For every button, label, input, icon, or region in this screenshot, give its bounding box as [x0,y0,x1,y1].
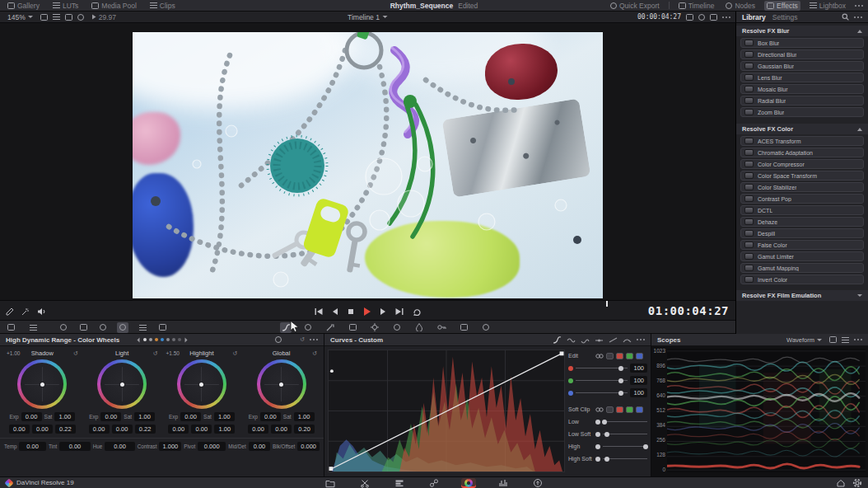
exp-value[interactable]: 0.00 [180,412,201,421]
param-value[interactable]: 0.00 [105,442,134,451]
custom-curve-icon[interactable] [553,336,562,344]
sat-value[interactable]: 1.00 [294,412,315,421]
project-manager-icon[interactable] [836,478,846,488]
cut-page-icon[interactable] [357,478,372,488]
lut-toggle-icon[interactable] [27,322,39,333]
color-warper-icon[interactable] [302,322,314,333]
green-gain-slider[interactable] [576,378,628,384]
fusion-page-icon[interactable] [427,478,441,488]
key-icon[interactable] [436,322,447,333]
expand-scope-icon[interactable] [829,336,837,343]
grab-still-icon[interactable] [710,14,717,21]
split-screen-icon[interactable] [53,14,60,20]
hue-vs-lum-icon[interactable] [595,336,604,344]
softclip-y-button[interactable] [606,406,614,413]
color-page-icon[interactable] [461,478,476,488]
param-value[interactable]: 0.000 [297,442,320,451]
shadow-color-wheel[interactable] [17,359,67,409]
blur-icon[interactable] [413,322,425,333]
channel-red-button[interactable] [616,353,623,359]
pager-left-icon[interactable] [138,337,140,342]
tab-settings[interactable]: Settings [772,13,798,21]
curve-graph[interactable] [328,350,565,472]
fx-item-despill[interactable]: Despill [740,228,864,238]
quick-export-button[interactable]: Quick Export [608,1,662,11]
viewer-options-menu[interactable] [722,16,730,18]
hue-vs-hue-icon[interactable] [567,336,576,344]
step-forward-icon[interactable] [380,308,386,315]
zone-reset-icon[interactable] [60,350,78,357]
motion-effects-icon[interactable] [156,322,168,333]
param-value[interactable]: 0.00 [249,442,270,451]
annotate-pencil-icon[interactable] [6,307,14,316]
sat-value[interactable]: 1.00 [214,412,235,421]
gallery-button[interactable]: Gallery [5,1,42,11]
sizing-icon[interactable] [458,322,469,333]
link-channels-icon[interactable] [595,353,604,359]
magic-mask-icon[interactable] [391,322,403,333]
global-color-wheel[interactable] [257,359,306,409]
offset-value[interactable]: 0.00 [112,425,133,434]
blue-gain-value[interactable]: 100 [630,388,647,397]
softclip-green-button[interactable] [626,406,633,413]
param-value[interactable]: 0.000 [198,442,226,451]
sat-vs-sat-icon[interactable] [623,336,632,344]
offset-value[interactable]: 0.00 [168,425,189,434]
camera-icon[interactable] [686,14,693,21]
last-frame-icon[interactable] [395,308,404,315]
fx-item-lens-blur[interactable]: Lens Blur [740,73,864,82]
lum-vs-sat-icon[interactable] [609,336,618,344]
qualifier-icon[interactable] [324,322,336,333]
clips-button[interactable]: Clips [147,1,178,11]
project-settings-gear-icon[interactable] [852,478,862,488]
fx-item-dctl[interactable]: DCTL [740,205,864,215]
zone-pager[interactable] [136,338,189,341]
scope-mode-select[interactable]: Waveform [784,335,824,345]
fx-item-mosaic-blur[interactable]: Mosaic Blur [740,84,864,94]
audio-mute-icon[interactable] [37,307,46,316]
section-resolve-fx-film-emulation[interactable]: Resolve FX Film Emulation [736,290,868,301]
fx-item-zoom-blur[interactable]: Zoom Blur [740,107,864,117]
play-icon[interactable] [363,307,371,316]
scopes-options-menu[interactable] [854,339,862,340]
sat-value[interactable]: 1.00 [54,412,75,421]
red-gain-value[interactable]: 100 [630,364,647,373]
softclip-blue-button[interactable] [636,406,643,413]
offset-value[interactable]: 0.00 [32,425,53,434]
zone-reset-icon[interactable] [140,350,158,357]
playhead-marker[interactable] [606,301,608,307]
softclip-red-button[interactable] [616,406,623,413]
fx-item-false-color[interactable]: False Color [740,240,864,250]
edit-page-icon[interactable] [392,478,407,488]
fx-item-color-space-transform[interactable]: Color Space Transform [740,171,864,181]
light-color-wheel[interactable] [97,359,147,409]
zone-range-value[interactable]: +1.00 [7,350,25,356]
color-match-icon[interactable] [77,322,89,333]
color-wheels-icon[interactable] [97,322,109,333]
fx-item-contrast-pop[interactable]: Contrast Pop [740,194,864,204]
pager-right-icon[interactable] [185,337,188,342]
rgb-mixer-icon[interactable] [137,322,148,333]
channel-green-button[interactable] [626,353,633,359]
stop-icon[interactable] [348,308,354,315]
nodes-toggle-button[interactable]: Nodes [723,1,758,11]
offset-value[interactable]: 0.00 [191,425,212,434]
media-page-icon[interactable] [323,478,338,488]
exp-value[interactable]: 0.00 [21,412,42,421]
curves-options-menu[interactable] [637,339,645,340]
fx-item-box-blur[interactable]: Box Blur [740,38,864,48]
offset-value[interactable]: 1.00 [214,425,235,434]
scope-layout-icon[interactable] [842,337,849,343]
offset-value[interactable]: 0.00 [248,425,268,434]
param-value[interactable]: 1.000 [159,442,181,451]
channel-blue-button[interactable] [636,353,643,359]
hue-vs-sat-icon[interactable] [581,336,590,344]
red-gain-slider[interactable] [576,365,628,372]
hdr-icon[interactable] [117,322,128,333]
fx-item-color-compressor[interactable]: Color Compressor [740,159,864,169]
high-soft-slider[interactable] [603,456,647,462]
blue-gain-slider[interactable] [576,390,628,396]
lightbox-toggle-button[interactable]: Lightbox [807,1,848,11]
tracker-icon[interactable] [369,322,380,333]
loop-icon[interactable] [413,308,422,316]
